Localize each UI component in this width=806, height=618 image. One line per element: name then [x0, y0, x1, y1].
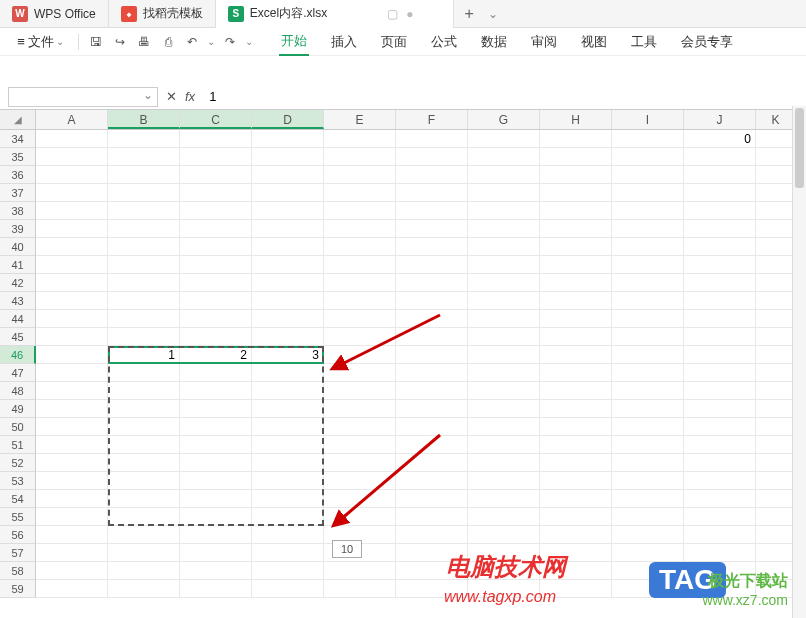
cell[interactable]	[108, 490, 180, 508]
cell[interactable]	[36, 292, 108, 310]
col-header-f[interactable]: F	[396, 110, 468, 129]
cell[interactable]	[756, 490, 796, 508]
row-header[interactable]: 48	[0, 382, 36, 400]
cell[interactable]	[756, 310, 796, 328]
row-header[interactable]: 56	[0, 526, 36, 544]
tab-dot-icon[interactable]: ●	[406, 7, 413, 21]
cell[interactable]	[540, 238, 612, 256]
cell[interactable]	[108, 256, 180, 274]
cell[interactable]	[108, 508, 180, 526]
cell[interactable]	[684, 508, 756, 526]
cell[interactable]	[324, 400, 396, 418]
cell[interactable]	[468, 418, 540, 436]
cell[interactable]	[612, 292, 684, 310]
cell[interactable]	[180, 220, 252, 238]
cell[interactable]	[468, 526, 540, 544]
cell[interactable]	[108, 274, 180, 292]
cell[interactable]	[180, 166, 252, 184]
cell[interactable]	[36, 274, 108, 292]
cell[interactable]	[252, 166, 324, 184]
scrollbar-thumb[interactable]	[795, 108, 804, 188]
tab-daoke[interactable]: ⬥ 找稻壳模板	[109, 0, 216, 28]
cell[interactable]	[468, 130, 540, 148]
cell[interactable]	[324, 148, 396, 166]
cell[interactable]	[540, 184, 612, 202]
cell[interactable]	[108, 526, 180, 544]
cell[interactable]	[540, 346, 612, 364]
cell[interactable]	[612, 346, 684, 364]
save-icon[interactable]: 🖫	[87, 33, 105, 51]
cell[interactable]	[252, 310, 324, 328]
cell[interactable]	[756, 256, 796, 274]
cell[interactable]	[468, 202, 540, 220]
file-menu[interactable]: ≡ 文件 ⌄	[8, 31, 70, 53]
cell[interactable]	[684, 346, 756, 364]
row-header[interactable]: 38	[0, 202, 36, 220]
cell[interactable]	[252, 580, 324, 598]
cell[interactable]	[324, 580, 396, 598]
cell[interactable]	[612, 328, 684, 346]
cell[interactable]	[324, 292, 396, 310]
cell[interactable]	[180, 454, 252, 472]
cell[interactable]	[36, 436, 108, 454]
cell[interactable]	[180, 580, 252, 598]
cell[interactable]	[684, 364, 756, 382]
cancel-icon[interactable]: ✕	[166, 89, 177, 104]
cell[interactable]	[108, 544, 180, 562]
cell[interactable]	[612, 202, 684, 220]
cell[interactable]	[684, 454, 756, 472]
cell[interactable]	[180, 508, 252, 526]
cell[interactable]	[324, 130, 396, 148]
row-header[interactable]: 55	[0, 508, 36, 526]
cell[interactable]	[180, 184, 252, 202]
cell[interactable]	[612, 148, 684, 166]
cell[interactable]	[396, 292, 468, 310]
cell[interactable]	[252, 454, 324, 472]
cell[interactable]	[540, 364, 612, 382]
cell[interactable]	[252, 148, 324, 166]
cell[interactable]	[540, 526, 612, 544]
cell[interactable]	[324, 256, 396, 274]
cell[interactable]: 0	[684, 130, 756, 148]
cell[interactable]	[540, 310, 612, 328]
col-header-e[interactable]: E	[324, 110, 396, 129]
cell[interactable]	[36, 544, 108, 562]
new-tab-button[interactable]: +	[454, 5, 483, 23]
cell[interactable]	[252, 220, 324, 238]
redo-dropdown-icon[interactable]: ⌄	[245, 36, 253, 47]
row-header[interactable]: 37	[0, 184, 36, 202]
cell[interactable]	[180, 526, 252, 544]
undo-icon[interactable]: ↶	[183, 33, 201, 51]
row-header[interactable]: 44	[0, 310, 36, 328]
cell[interactable]	[756, 148, 796, 166]
cell[interactable]	[180, 562, 252, 580]
cell[interactable]	[684, 328, 756, 346]
cell[interactable]	[756, 400, 796, 418]
cell[interactable]	[756, 382, 796, 400]
cell[interactable]	[396, 274, 468, 292]
cell[interactable]	[756, 418, 796, 436]
cell[interactable]	[756, 346, 796, 364]
cell[interactable]	[684, 274, 756, 292]
row-header[interactable]: 36	[0, 166, 36, 184]
cell[interactable]	[756, 292, 796, 310]
cell[interactable]	[36, 580, 108, 598]
cell[interactable]	[108, 202, 180, 220]
cell[interactable]	[612, 544, 684, 562]
row-header[interactable]: 41	[0, 256, 36, 274]
cell[interactable]	[540, 472, 612, 490]
cell[interactable]	[108, 364, 180, 382]
cell[interactable]	[252, 562, 324, 580]
cell[interactable]	[252, 238, 324, 256]
cell[interactable]	[684, 256, 756, 274]
cell[interactable]	[108, 148, 180, 166]
row-header[interactable]: 51	[0, 436, 36, 454]
cell[interactable]	[108, 328, 180, 346]
cell[interactable]	[108, 166, 180, 184]
cell[interactable]	[252, 202, 324, 220]
cell[interactable]	[756, 454, 796, 472]
cell[interactable]	[756, 508, 796, 526]
cell[interactable]	[540, 130, 612, 148]
cell[interactable]	[468, 148, 540, 166]
cell[interactable]	[180, 310, 252, 328]
